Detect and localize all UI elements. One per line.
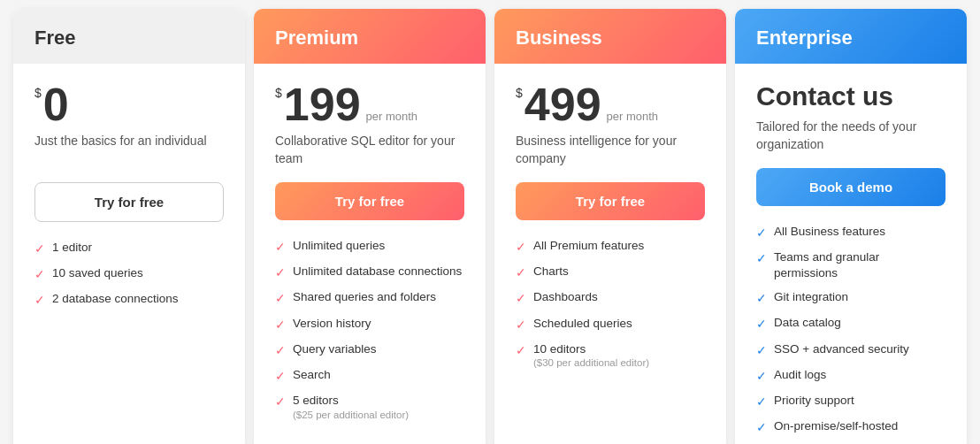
feature-sub-text: ($30 per additional editor) (533, 356, 649, 370)
list-item: ✓10 saved queries (34, 265, 224, 282)
check-icon: ✓ (756, 368, 767, 384)
feature-text: Teams and granular permissions (774, 249, 946, 280)
cta-button-business[interactable]: Try for free (516, 182, 705, 220)
check-icon: ✓ (516, 239, 526, 255)
price-row-business: $499per month (516, 81, 705, 127)
feature-text: 5 editors($25 per additional editor) (293, 393, 409, 421)
feature-text: Unlimited database connections (293, 264, 462, 279)
price-period-business: per month (607, 110, 659, 123)
check-icon: ✓ (756, 419, 767, 435)
price-amount-premium: 199 (284, 81, 361, 127)
feature-text: 1 editor (52, 240, 92, 256)
cta-button-enterprise[interactable]: Book a demo (756, 168, 946, 206)
price-period-premium: per month (366, 110, 418, 123)
check-icon: ✓ (756, 394, 767, 410)
plan-description-premium: Collaborative SQL editor for your team (275, 133, 464, 168)
cta-button-premium[interactable]: Try for free (275, 182, 464, 220)
check-icon: ✓ (275, 317, 286, 333)
list-item: ✓Charts (516, 264, 705, 280)
feature-text: Scheduled queries (533, 316, 632, 332)
check-icon: ✓ (516, 290, 526, 306)
features-list-premium: ✓Unlimited queries✓Unlimited database co… (275, 238, 464, 422)
feature-text: 2 database connections (52, 291, 179, 307)
plan-card-premium: Premium$199per monthCollaborative SQL ed… (254, 9, 486, 444)
plan-description-free: Just the basics for an individual (34, 133, 224, 168)
list-item: ✓1 editor (34, 240, 224, 256)
price-dollar-free: $ (34, 87, 42, 99)
plan-header-premium: Premium (254, 9, 486, 64)
pricing-container: Free$0Just the basics for an individualT… (9, 9, 971, 444)
check-icon: ✓ (756, 342, 767, 358)
list-item: ✓Unlimited database connections (275, 264, 464, 280)
plan-card-business: Business$499per monthBusiness intelligen… (494, 9, 726, 444)
list-item: ✓All Business features (756, 224, 946, 241)
check-icon: ✓ (275, 264, 286, 280)
feature-sub-text: ($25 per additional editor) (293, 409, 409, 422)
list-item: ✓Search (275, 367, 464, 384)
list-item: ✓2 database connections (34, 291, 224, 308)
list-item: ✓On-premise/self-hosted (756, 418, 946, 435)
check-icon: ✓ (34, 241, 45, 256)
price-dollar-premium: $ (275, 87, 282, 99)
list-item: ✓Query variables (275, 341, 464, 358)
list-item: ✓Audit logs (756, 367, 946, 384)
feature-text: Query variables (293, 341, 377, 357)
list-item: ✓Dashboards (516, 289, 705, 306)
check-icon: ✓ (756, 250, 767, 266)
list-item: ✓Teams and granular permissions (756, 249, 946, 280)
list-item: ✓SSO + advanced security (756, 341, 946, 358)
features-list-business: ✓All Premium features✓Charts✓Dashboards✓… (516, 238, 705, 370)
check-icon: ✓ (275, 342, 286, 358)
plan-header-free: Free (13, 9, 245, 64)
plan-body-enterprise: Contact usTailored for the needs of your… (735, 64, 967, 444)
feature-text: Search (293, 367, 331, 383)
feature-text: 10 saved queries (52, 265, 143, 281)
list-item: ✓Scheduled queries (516, 316, 705, 333)
plan-title-free: Free (34, 27, 224, 50)
list-item: ✓Git integration (756, 289, 946, 306)
feature-text: Shared queries and folders (293, 289, 436, 305)
price-amount-free: 0 (43, 81, 69, 127)
list-item: ✓Priority support (756, 393, 946, 410)
feature-text: All Business features (774, 224, 885, 240)
check-icon: ✓ (275, 239, 286, 255)
feature-text: SSO + advanced security (774, 341, 909, 357)
price-dollar-business: $ (516, 87, 523, 99)
feature-text: On-premise/self-hosted (774, 418, 898, 434)
check-icon: ✓ (34, 266, 45, 282)
list-item: ✓All Premium features (516, 238, 705, 255)
contact-us-title: Contact us (756, 81, 946, 111)
list-item: ✓Data catalog (756, 315, 946, 332)
feature-text: Data catalog (774, 315, 841, 331)
check-icon: ✓ (275, 394, 286, 410)
features-list-enterprise: ✓All Business features✓Teams and granula… (756, 224, 946, 435)
plan-description-enterprise: Tailored for the needs of your organizat… (756, 119, 946, 154)
features-list-free: ✓1 editor✓10 saved queries✓2 database co… (34, 240, 224, 309)
feature-text: All Premium features (533, 238, 644, 254)
feature-text: Unlimited queries (293, 238, 385, 254)
feature-text: Priority support (774, 393, 854, 409)
check-icon: ✓ (756, 316, 767, 332)
check-icon: ✓ (516, 264, 526, 280)
check-icon: ✓ (516, 317, 526, 333)
feature-text: 10 editors($30 per additional editor) (533, 341, 649, 370)
check-icon: ✓ (34, 292, 45, 308)
price-row-premium: $199per month (275, 81, 464, 127)
feature-text: Audit logs (774, 367, 826, 383)
plan-body-free: $0Just the basics for an individualTry f… (13, 64, 245, 444)
plan-description-business: Business intelligence for your company (516, 133, 705, 168)
plan-header-business: Business (494, 9, 726, 64)
plan-title-premium: Premium (275, 27, 464, 50)
list-item: ✓Version history (275, 316, 464, 333)
check-icon: ✓ (275, 368, 286, 384)
plan-card-free: Free$0Just the basics for an individualT… (13, 9, 245, 444)
plan-title-business: Business (516, 27, 705, 50)
feature-text: Version history (293, 316, 371, 332)
list-item: ✓Unlimited queries (275, 238, 464, 255)
cta-button-free[interactable]: Try for free (34, 182, 224, 222)
check-icon: ✓ (756, 225, 767, 241)
list-item: ✓5 editors($25 per additional editor) (275, 393, 464, 421)
price-row-free: $0 (34, 81, 224, 127)
plan-body-business: $499per monthBusiness intelligence for y… (494, 64, 726, 444)
check-icon: ✓ (756, 290, 767, 306)
